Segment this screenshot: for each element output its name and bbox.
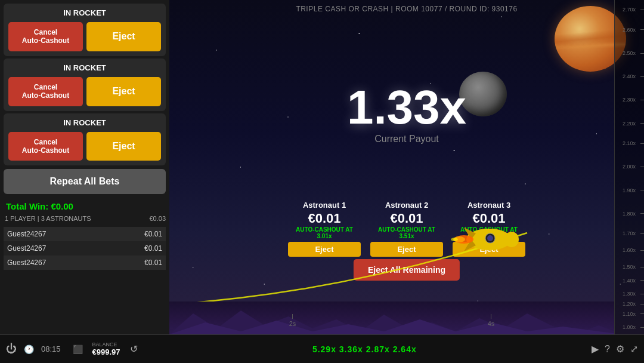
cancel-autocashout-1-button[interactable]: CancelAuto-Cashout [8,22,83,51]
player-name: Guest24267 [4,241,109,256]
display-icon: ⬛ [73,344,83,354]
scale-tick: 2.10x [614,140,644,146]
svg-point-8 [451,238,458,241]
game-header: TRIPLE CASH OR CRASH | ROOM 10077 / ROUN… [169,5,644,13]
bet-section-2: IN ROCKET CancelAuto-Cashout Eject [4,59,166,111]
cancel-autocashout-3-button[interactable]: CancelAuto-Cashout [8,132,83,161]
panel3-buttons: CancelAuto-Cashout Eject [8,132,161,161]
astronaut-eject-2-button[interactable]: Eject [370,242,443,257]
astronaut-amount-1: €0.01 [288,211,361,226]
player-amount: €0.01 [109,241,166,256]
left-panel: IN ROCKET CancelAuto-Cashout Eject IN RO… [0,0,169,334]
panel3-title: IN ROCKET [8,118,161,127]
scale-tick: 2.40x [614,73,644,79]
bottom-time: 08:15 [41,344,61,353]
multiplier-history: 5.29x 3.36x 2.87x 2.64x [145,344,585,354]
panel1-buttons: CancelAuto-Cashout Eject [8,22,161,51]
panel2-title: IN ROCKET [8,63,161,72]
timeline-tick: 2s [289,314,296,327]
scale-tick: 1.30x [614,291,644,297]
player-info-amount: €0.03 [149,215,166,222]
balance-display: BALANCE €999.97 [92,342,120,356]
game-title: TRIPLE CASH OR CRASH [296,5,388,13]
player-name: Guest24267 [4,256,109,270]
scale-tick: 1.70x [614,230,644,236]
play-button[interactable]: ▶ [592,343,599,355]
total-win-amount: €0.00 [51,201,73,211]
astronaut-eject-1-button[interactable]: Eject [288,242,361,257]
timeline-tick: 4s [488,314,495,327]
eject-3-button[interactable]: Eject [86,132,161,161]
clock-icon: 🕐 [24,344,34,354]
timeline: 2s4s [169,314,614,327]
rocket-svg [447,216,519,263]
scale-tick: 2.70x [614,7,644,13]
scale-tick: 1.10x [614,311,644,317]
svg-point-3 [487,235,493,241]
astronaut-card-2: Astronaut 2 €0.01 AUTO-CASHOUT AT 3.51x … [370,201,443,257]
eject-1-button[interactable]: Eject [86,22,161,51]
balance-label: BALANCE [92,342,117,347]
scale-ruler: 2.70x2.60x2.50x2.40x2.30x2.20x2.10x2.00x… [614,0,644,334]
leaderboard-row: Guest24267€0.01 [4,241,166,256]
scale-tick: 1.40x [614,278,644,284]
scale-tick: 2.00x [614,164,644,170]
player-amount: €0.01 [109,256,166,270]
total-win-label: Total Win: €0.00 [5,199,73,213]
bottom-right-icons: ▶ ? ⚙ ⤢ [592,343,638,355]
astronaut-amount-2: €0.01 [370,211,443,226]
scale-tick: 1.50x [614,264,644,270]
astronaut-name-2: Astronaut 2 [370,201,443,210]
power-icon[interactable]: ⏻ [6,343,17,355]
eject-all-remaining-button[interactable]: Eject All Remaining [354,259,460,281]
panel2-buttons: CancelAuto-Cashout Eject [8,77,161,106]
bottom-bar: ⏻ 🕐 08:15 ⬛ BALANCE €999.97 ↺ 5.29x 3.36… [0,334,644,363]
leaderboard-table: Guest24267€0.01Guest24267€0.01Guest24267… [4,227,166,270]
astronaut-card-1: Astronaut 1 €0.01 AUTO-CASHOUT AT 3.01x … [288,201,361,257]
game-area: TRIPLE CASH OR CRASH | ROOM 10077 / ROUN… [169,0,644,334]
history-icon[interactable]: ↺ [130,343,138,355]
help-button[interactable]: ? [605,344,610,355]
total-win-text: Total Win: [6,201,48,211]
rocket-container [447,216,519,266]
player-name: Guest24267 [4,227,109,241]
multiplier-display: 1.33x Current Payout [347,84,466,144]
scale-tick: 1.60x [614,247,644,253]
bet-section-3: IN ROCKET CancelAuto-Cashout Eject [4,113,166,166]
room-info: ROOM 10077 / ROUND ID: 930176 [395,5,518,13]
cancel-autocashout-2-button[interactable]: CancelAuto-Cashout [8,77,83,106]
panel1-title: IN ROCKET [8,8,161,17]
astronaut-name-1: Astronaut 1 [288,201,361,210]
eject-2-button[interactable]: Eject [86,77,161,106]
repeat-all-bets-button[interactable]: Repeat All Bets [4,169,166,194]
scale-tick: 1.80x [614,211,644,217]
scale-tick: 1.20x [614,301,644,307]
scale-tick: 2.50x [614,50,644,56]
astronaut-autocashout-2: AUTO-CASHOUT AT 3.51x [370,226,443,239]
player-info-text: 1 PLAYER | 3 ASTRONAUTS [5,215,91,222]
current-payout-label: Current Payout [347,134,466,144]
scale-tick: 2.20x [614,121,644,127]
player-amount: €0.01 [109,227,166,241]
bet-section-1: IN ROCKET CancelAuto-Cashout Eject [4,4,166,56]
settings-button[interactable]: ⚙ [616,343,624,355]
player-info: 1 PLAYER | 3 ASTRONAUTS €0.03 [4,215,166,222]
scale-tick: 1.90x [614,187,644,193]
multiplier-value: 1.33x [347,84,466,131]
scale-tick: 2.30x [614,97,644,103]
scale-tick: 1.00x [614,324,644,330]
scale-tick: 2.60x [614,27,644,33]
astronaut-autocashout-1: AUTO-CASHOUT AT 3.01x [288,226,361,239]
svg-point-1 [504,232,519,247]
balance-amount: €999.97 [92,347,120,356]
leaderboard-row: Guest24267€0.01 [4,227,166,241]
fullscreen-button[interactable]: ⤢ [630,343,638,355]
astronaut-name-3: Astronaut 3 [453,201,525,210]
leaderboard-row: Guest24267€0.01 [4,256,166,270]
